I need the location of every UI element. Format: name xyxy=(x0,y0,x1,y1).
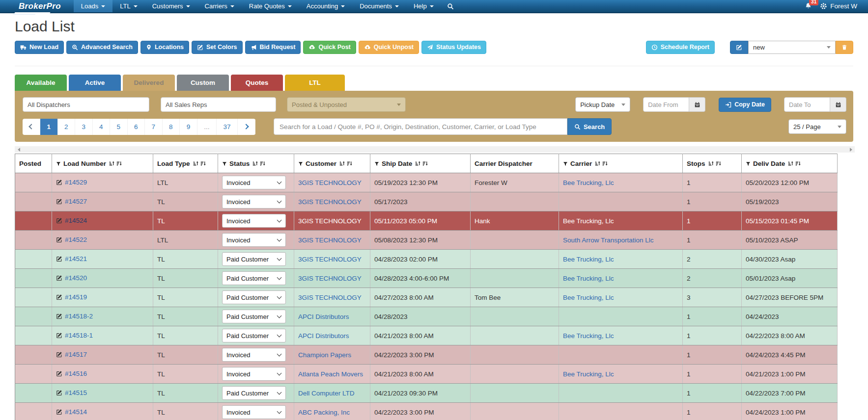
scrollbar-track[interactable] xyxy=(23,146,847,153)
calendar-icon[interactable] xyxy=(830,97,846,112)
nav-item-help[interactable]: Help xyxy=(406,0,441,12)
calendar-icon[interactable] xyxy=(689,97,705,112)
status-select[interactable]: Invoiced xyxy=(222,233,286,247)
column-header-stops[interactable]: Stops xyxy=(683,154,742,173)
sort-desc-icon[interactable] xyxy=(200,160,206,166)
status-select[interactable]: Paid Customer xyxy=(222,271,286,285)
user-menu[interactable]: Forest W xyxy=(820,2,857,10)
tab-active[interactable]: Active xyxy=(69,75,121,91)
load-number-link[interactable]: #14514 xyxy=(65,408,87,416)
nav-item-customers[interactable]: Customers xyxy=(145,0,197,12)
column-header-deliv-date[interactable]: Deliv Date xyxy=(742,154,838,173)
sort-asc-icon[interactable] xyxy=(109,160,115,166)
search-button[interactable]: Search xyxy=(567,118,612,135)
page-number[interactable]: 3 xyxy=(75,119,93,135)
edit-load-icon[interactable] xyxy=(56,198,62,206)
sort-asc-icon[interactable] xyxy=(788,160,794,166)
nav-item-loads[interactable]: Loads xyxy=(74,0,112,12)
sort-desc-icon[interactable] xyxy=(347,160,353,166)
load-number-link[interactable]: #14527 xyxy=(65,198,87,205)
search-icon[interactable] xyxy=(441,0,460,12)
status-select[interactable]: Invoiced xyxy=(222,195,286,209)
edit-load-icon[interactable] xyxy=(56,236,62,244)
column-header-load-type[interactable]: Load Type xyxy=(153,154,218,173)
status-select[interactable]: Invoiced xyxy=(222,405,286,419)
nav-item-documents[interactable]: Documents xyxy=(352,0,406,12)
page-number[interactable]: 6 xyxy=(128,119,145,135)
nav-item-rate-quotes[interactable]: Rate Quotes xyxy=(242,0,299,12)
sort-asc-icon[interactable] xyxy=(415,160,421,166)
column-header-carrier[interactable]: Carrier xyxy=(559,154,683,173)
edit-load-icon[interactable] xyxy=(56,390,62,397)
column-header-status[interactable]: Status xyxy=(218,154,294,173)
page-number[interactable]: 5 xyxy=(110,119,128,135)
customer-link[interactable]: 3GIS TECHNOLOGY xyxy=(298,294,362,301)
nav-item-accounting[interactable]: Accounting xyxy=(299,0,352,12)
edit-load-icon[interactable] xyxy=(56,409,62,417)
customer-link[interactable]: Dell Computer LTD xyxy=(298,390,355,397)
edit-load-icon[interactable] xyxy=(56,275,62,283)
load-number-link[interactable]: #14516 xyxy=(65,370,87,377)
load-number-link[interactable]: #14519 xyxy=(65,293,87,301)
edit-report-button[interactable] xyxy=(730,41,748,54)
carrier-link[interactable]: Bee Trucking, Llc xyxy=(563,217,614,225)
sort-desc-icon[interactable] xyxy=(116,160,122,166)
edit-load-icon[interactable] xyxy=(56,294,62,302)
column-header-posted[interactable]: Posted xyxy=(15,154,52,173)
advanced-search-button[interactable]: Advanced Search xyxy=(66,41,138,54)
customer-link[interactable]: ABC Packing, Inc xyxy=(298,409,350,416)
page-number[interactable]: 9 xyxy=(180,119,197,135)
edit-load-icon[interactable] xyxy=(56,351,62,359)
delete-report-button[interactable] xyxy=(836,41,853,54)
sort-desc-icon[interactable] xyxy=(422,160,428,166)
customer-link[interactable]: Champion Papers xyxy=(298,351,351,359)
customer-link[interactable]: 3GIS TECHNOLOGY xyxy=(298,198,362,206)
customer-link[interactable]: 3GIS TECHNOLOGY xyxy=(298,275,362,282)
column-header-load-number[interactable]: Load Number xyxy=(52,154,153,173)
edit-load-icon[interactable] xyxy=(56,217,62,225)
load-number-link[interactable]: #14522 xyxy=(65,236,87,243)
customer-link[interactable]: 3GIS TECHNOLOGY xyxy=(298,179,362,186)
status-select[interactable]: Invoiced xyxy=(222,176,286,189)
status-select[interactable]: Paid Customer xyxy=(222,310,286,323)
edit-load-icon[interactable] xyxy=(56,256,62,263)
date-to-input[interactable] xyxy=(784,97,830,112)
sort-desc-icon[interactable] xyxy=(795,160,801,166)
status-select[interactable]: Invoiced xyxy=(222,348,286,362)
prev-page-button[interactable] xyxy=(23,119,40,135)
edit-load-icon[interactable] xyxy=(56,179,62,187)
carrier-link[interactable]: Bee Trucking, Llc xyxy=(563,275,614,282)
load-search-input[interactable] xyxy=(274,118,567,135)
filter-funnel-icon[interactable] xyxy=(222,161,227,166)
tab-quotes[interactable]: Quotes xyxy=(231,75,283,91)
scroll-right-button[interactable] xyxy=(847,146,855,153)
sort-asc-icon[interactable] xyxy=(708,160,714,166)
customer-link[interactable]: 3GIS TECHNOLOGY xyxy=(298,256,362,263)
report-select[interactable]: new xyxy=(748,41,836,54)
next-page-button[interactable] xyxy=(238,119,255,135)
carrier-link[interactable]: Bee Trucking, Llc xyxy=(563,256,614,263)
filter-funnel-icon[interactable] xyxy=(374,161,379,166)
load-number-link[interactable]: #14518-2 xyxy=(65,313,93,320)
column-header-customer[interactable]: Customer xyxy=(294,154,370,173)
load-number-link[interactable]: #14518-1 xyxy=(65,332,93,339)
page-number[interactable]: 1 xyxy=(40,119,58,135)
page-number[interactable]: 37 xyxy=(217,119,238,135)
load-number-link[interactable]: #14520 xyxy=(65,274,87,282)
date-from-input[interactable] xyxy=(643,97,689,112)
sort-asc-icon[interactable] xyxy=(339,160,345,166)
nav-item-ltl[interactable]: LTL xyxy=(112,0,144,12)
quick-unpost-button[interactable]: Quick Unpost xyxy=(359,41,419,54)
brand-logo[interactable]: BrokerPro xyxy=(19,0,61,12)
edit-load-icon[interactable] xyxy=(56,370,62,378)
quick-post-button[interactable]: Quick Post xyxy=(303,41,356,54)
customer-link[interactable]: Atlanta Peach Movers xyxy=(298,370,363,378)
tab-ltl[interactable]: LTL xyxy=(285,75,345,91)
page-number[interactable]: 4 xyxy=(93,119,111,135)
notifications-bell-icon[interactable]: 31 xyxy=(805,2,812,11)
filter-funnel-icon[interactable] xyxy=(298,161,303,166)
status-select[interactable]: Paid Customer xyxy=(222,386,286,400)
column-header-ship-date[interactable]: Ship Date xyxy=(370,154,471,173)
date-type-select[interactable]: Pickup Date xyxy=(575,97,630,112)
status-updates-button[interactable]: Status Updates xyxy=(421,41,486,54)
